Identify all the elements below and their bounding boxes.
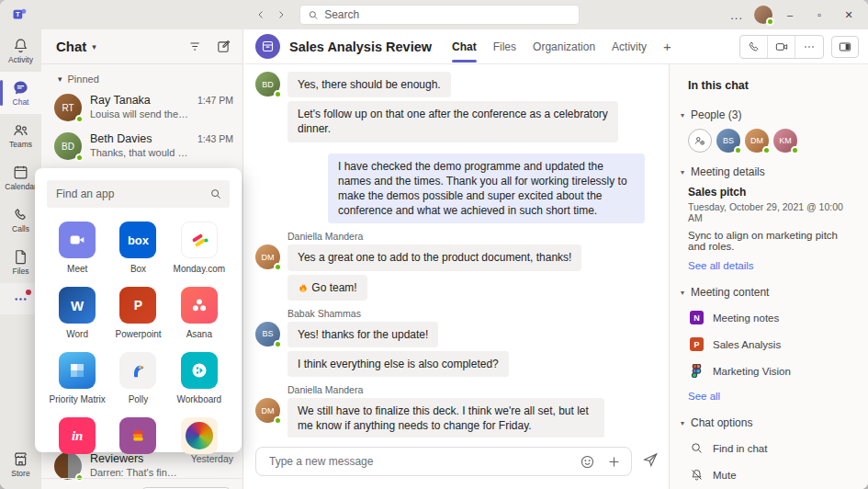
message-bubble[interactable]: I think everything else is also complete… — [287, 351, 509, 377]
video-call-button[interactable] — [768, 36, 795, 58]
pinned-section-header[interactable]: ▾ Pinned — [41, 64, 242, 88]
message-input[interactable] — [269, 455, 580, 468]
manage-people-button[interactable] — [688, 129, 712, 153]
message-bubble[interactable]: Yes a great one to add to the product do… — [287, 244, 581, 270]
find-app-input[interactable] — [56, 188, 209, 200]
see-all-link[interactable]: See all — [688, 391, 720, 402]
message-bubble[interactable]: I have checked the demo programme and up… — [328, 154, 645, 224]
toggle-details-pane-button[interactable] — [831, 36, 859, 58]
member-avatar[interactable]: BS — [716, 129, 740, 153]
tab-files[interactable]: Files — [486, 31, 524, 63]
monday-app-icon — [181, 222, 218, 258]
member-avatar[interactable]: KM — [773, 129, 797, 153]
avatar[interactable]: DM — [255, 398, 280, 423]
message-bubble[interactable]: Let's follow up on that one after the co… — [287, 101, 618, 142]
audio-call-button[interactable] — [740, 36, 768, 58]
chat-list-item[interactable]: BD Beth Davies Thanks, that would be nic… — [41, 127, 242, 165]
app-item-layers[interactable] — [107, 411, 168, 476]
send-button[interactable] — [641, 450, 659, 472]
chat-list-item[interactable]: RT Ray Tanaka Louisa will send the initi… — [41, 88, 242, 127]
chat-list-header: Chat ▾ — [41, 29, 242, 64]
titlebar-more-icon[interactable]: ... — [725, 8, 749, 22]
add-tab-button[interactable]: + — [656, 39, 679, 54]
phone-icon — [747, 40, 761, 54]
app-search[interactable] — [47, 180, 230, 208]
content-item-sales-analysis[interactable]: P Sales Analysis — [690, 333, 853, 356]
search-input[interactable] — [324, 8, 571, 21]
message-bubble[interactable]: Go team! — [287, 275, 367, 301]
compose-icon[interactable] — [216, 39, 231, 54]
message-input-box[interactable] — [255, 447, 632, 476]
group-avatar[interactable] — [255, 34, 280, 59]
panel-toggle-icon — [838, 40, 852, 54]
tab-activity[interactable]: Activity — [604, 31, 654, 63]
app-item-meet[interactable]: Meet — [47, 215, 107, 280]
flame-emoji-icon — [298, 281, 309, 293]
tab-chat[interactable]: Chat — [445, 31, 484, 63]
message-bubble[interactable]: Yes! thanks for the update! — [287, 322, 438, 347]
app-item-word[interactable]: W Word — [47, 280, 107, 346]
chat-header: Sales Analysis Review Chat Files Organiz… — [244, 29, 868, 64]
app-item-invision[interactable]: in — [47, 411, 107, 476]
app-item-priority-matrix[interactable]: Priority Matrix — [47, 346, 107, 411]
find-in-chat-option[interactable]: Find in chat — [690, 437, 853, 460]
search-icon — [690, 441, 704, 455]
app-grid: Meet box Box Monday.com W Word P Powerpo… — [47, 215, 230, 476]
tab-organization[interactable]: Organization — [525, 31, 603, 63]
content-item-meeting-notes[interactable]: N Meeting notes — [690, 306, 853, 329]
forward-arrow-icon[interactable] — [272, 5, 290, 25]
chat-options-section-header[interactable]: ▾ Chat options — [681, 416, 853, 429]
chevron-icon: ▾ — [681, 419, 684, 427]
app-item-asana[interactable]: Asana — [169, 280, 230, 346]
notification-badge — [26, 290, 31, 295]
app-item-polly[interactable]: Polly — [107, 346, 168, 411]
word-app-icon: W — [59, 287, 96, 324]
mute-option[interactable]: Mute — [690, 463, 853, 486]
user-avatar[interactable] — [754, 6, 772, 24]
bell-icon — [12, 37, 29, 54]
emoji-icon[interactable] — [580, 454, 595, 470]
app-item-sphere[interactable] — [169, 411, 230, 476]
close-button[interactable]: ✕ — [837, 4, 861, 26]
presence-badge — [274, 90, 282, 98]
details-pane-title: In this chat — [688, 79, 853, 92]
chevron-down-icon[interactable]: ▾ — [92, 42, 96, 51]
filter-icon[interactable] — [187, 39, 203, 54]
app-item-workboard[interactable]: Workboard — [169, 346, 230, 411]
meeting-description: Sync to align on marketing pitch and rol… — [688, 230, 853, 252]
main-chat-pane: Sales Analysis Review Chat Files Organiz… — [244, 29, 868, 489]
search-icon — [308, 9, 319, 21]
people-section-header[interactable]: ▾ People (3) — [681, 108, 853, 121]
asana-app-icon — [181, 287, 218, 324]
store-icon — [12, 450, 29, 468]
content-item-marketing-vision[interactable]: Marketing Vision — [690, 359, 853, 382]
back-arrow-icon[interactable] — [252, 5, 270, 25]
message-bubble[interactable]: Yes, there should be enough. — [287, 72, 451, 97]
plus-icon[interactable] — [606, 454, 622, 470]
member-avatar[interactable]: DM — [745, 129, 769, 153]
powerpoint-icon: P — [690, 337, 704, 351]
global-search[interactable] — [299, 5, 580, 25]
app-flyout-footer: Get more apps — [35, 478, 242, 489]
meeting-content-section-header[interactable]: ▾ Meeting content — [681, 286, 853, 299]
app-item-box[interactable]: box Box — [107, 215, 168, 280]
maximize-button[interactable]: ▫ — [807, 4, 831, 26]
message-bubble[interactable]: We still have to finalize this deck. I t… — [287, 398, 604, 438]
sidebar-item-teams[interactable]: Teams — [0, 114, 41, 156]
chat-time: 1:43 PM — [197, 133, 233, 144]
sidebar-item-chat[interactable]: Chat — [0, 72, 41, 114]
chat-list-title: Chat — [56, 39, 86, 54]
svg-text:T: T — [16, 10, 20, 18]
avatar[interactable]: BS — [255, 322, 280, 347]
chat-name: Ray Tanaka — [90, 94, 189, 107]
app-item-monday[interactable]: Monday.com — [169, 215, 230, 280]
avatar[interactable]: DM — [255, 244, 280, 269]
chat-more-options-button[interactable] — [795, 36, 823, 58]
minimize-button[interactable]: – — [778, 4, 802, 26]
see-all-details-link[interactable]: See all details — [688, 260, 754, 271]
avatar[interactable]: BD — [255, 72, 280, 97]
chat-preview: Thanks, that would be nice. — [90, 147, 189, 158]
meeting-details-section-header[interactable]: ▾ Meeting details — [681, 165, 853, 178]
app-item-powerpoint[interactable]: P Powerpoint — [107, 280, 168, 346]
sidebar-item-activity[interactable]: Activity — [0, 29, 41, 72]
